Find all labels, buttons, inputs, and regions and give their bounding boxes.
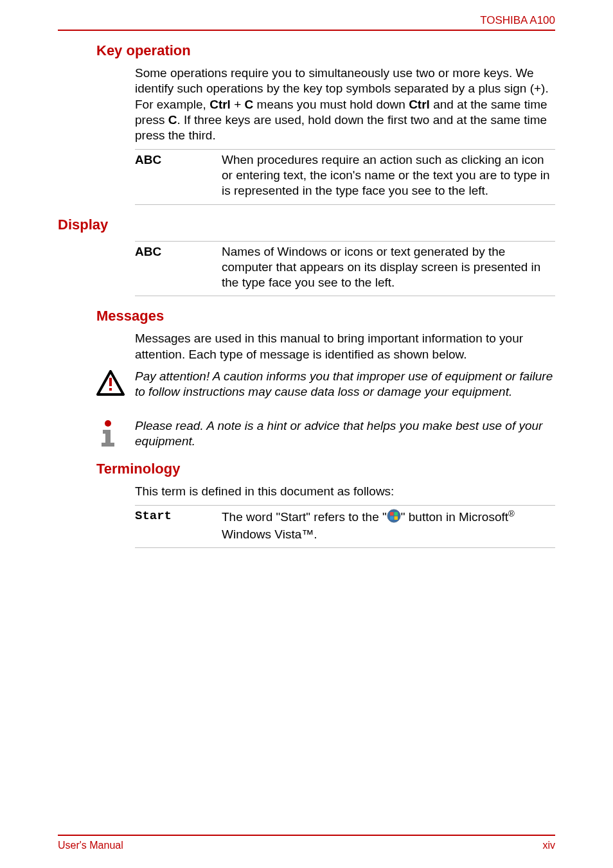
- table-row: ABC When procedures require an action su…: [135, 150, 555, 204]
- key-ctrl: Ctrl: [409, 98, 430, 111]
- svg-rect-9: [394, 516, 398, 520]
- heading-messages: Messages: [96, 308, 555, 324]
- svg-rect-1: [109, 378, 112, 386]
- page: TOSHIBA A100 Key operation Some operatio…: [0, 0, 613, 868]
- key-c: C: [168, 113, 177, 127]
- table-rule: [135, 204, 555, 205]
- desc-abc-sans: Names of Windows or icons or text genera…: [222, 244, 555, 291]
- heading-terminology: Terminology: [96, 461, 555, 477]
- terminology-intro: This term is defined in this document as…: [135, 484, 555, 499]
- content-area: Key operation Some operations require yo…: [58, 42, 555, 548]
- note-callout: Please read. A note is a hint or advice …: [96, 418, 555, 450]
- table-rule: [135, 547, 555, 548]
- header-product: TOSHIBA A100: [480, 14, 555, 27]
- term-start: Start: [135, 508, 222, 543]
- text-fragment: " button in Microsoft: [401, 510, 508, 524]
- key-c: C: [245, 98, 254, 111]
- info-icon: [96, 418, 135, 448]
- messages-intro: Messages are used in this manual to brin…: [135, 331, 555, 362]
- footer-left: User's Manual: [58, 840, 123, 851]
- key-operation-table: ABC When procedures require an action su…: [135, 149, 555, 205]
- term-abc-bold: ABC: [135, 152, 222, 199]
- heading-key-operation: Key operation: [96, 42, 555, 59]
- caution-icon: [96, 369, 135, 396]
- text-fragment: . If three keys are used, hold down the …: [135, 113, 547, 142]
- footer-rule: [58, 835, 555, 836]
- header-rule: [58, 30, 555, 31]
- windows-start-orb-icon: [387, 509, 401, 527]
- key-ctrl: Ctrl: [209, 98, 231, 111]
- svg-rect-8: [390, 516, 394, 520]
- note-text: Please read. A note is a hint or advice …: [135, 418, 555, 450]
- desc-abc-bold: When procedures require an action such a…: [222, 152, 555, 199]
- desc-start: The word "Start" refers to the "" button…: [222, 508, 555, 543]
- text-fragment: +: [231, 98, 245, 111]
- caution-text: Pay attention! A caution informs you tha…: [135, 369, 555, 400]
- table-rule: [135, 296, 555, 296]
- registered-mark: ®: [508, 509, 515, 518]
- caution-callout: Pay attention! A caution informs you tha…: [96, 369, 555, 400]
- key-operation-intro: Some operations require you to simultane…: [135, 66, 555, 144]
- footer-page-number: xiv: [542, 840, 555, 851]
- svg-rect-6: [390, 512, 394, 516]
- svg-rect-2: [109, 388, 112, 391]
- svg-point-3: [105, 420, 111, 427]
- text-fragment: Windows Vista™.: [222, 527, 317, 541]
- table-row: Start The word "Start" refers to the "" …: [135, 506, 555, 548]
- text-fragment: means you must hold down: [253, 98, 409, 111]
- text-fragment: The word "Start" refers to the ": [222, 510, 387, 524]
- display-table: ABC Names of Windows or icons or text ge…: [135, 241, 555, 297]
- svg-rect-7: [394, 512, 398, 516]
- terminology-table: Start The word "Start" refers to the "" …: [135, 505, 555, 549]
- term-abc-sans: ABC: [135, 244, 222, 291]
- table-row: ABC Names of Windows or icons or text ge…: [135, 242, 555, 296]
- heading-display: Display: [58, 217, 555, 233]
